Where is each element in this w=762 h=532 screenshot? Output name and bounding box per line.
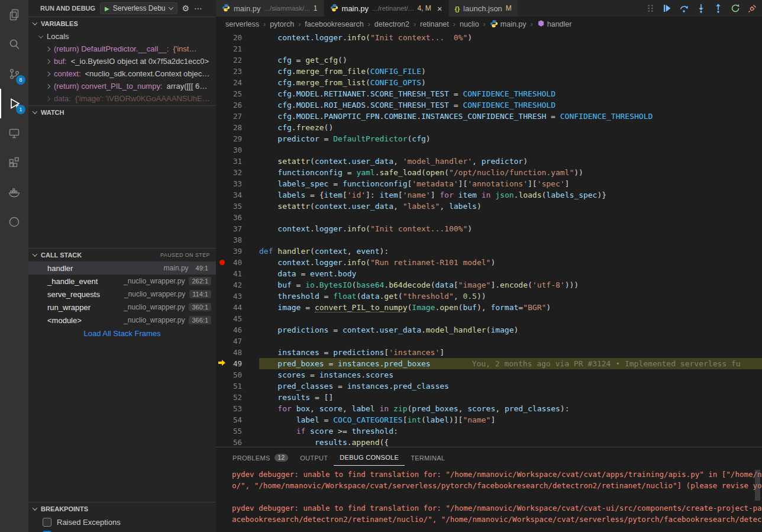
code-line-30[interactable]: 30 bbox=[216, 144, 762, 156]
breakpoint-gutter[interactable]: 53 bbox=[216, 403, 259, 414]
breakpoint-gutter[interactable]: 55 bbox=[216, 425, 259, 437]
breakpoint-gutter[interactable]: 30 bbox=[216, 144, 259, 156]
code-line-24[interactable]: 24 cfg.merge_from_list(CONFIG_OPTS) bbox=[216, 77, 762, 88]
breakpoint-gutter[interactable]: 51 bbox=[216, 381, 259, 392]
checkbox-unchecked[interactable] bbox=[43, 518, 51, 527]
breakpoint-gutter[interactable]: 23 bbox=[216, 66, 259, 77]
editor-tab-main.py[interactable]: main.py.../siammask/...1 bbox=[216, 0, 324, 17]
code-line-53[interactable]: 53 for box, score, label in zip(pred_box… bbox=[216, 403, 762, 414]
code-line-29[interactable]: 29 predictor = DefaultPredictor(cfg) bbox=[216, 133, 762, 144]
code-line-40[interactable]: 40 context.logger.info("Run retinanet-R1… bbox=[216, 257, 762, 268]
code-line-54[interactable]: 54 label = COCO_CATEGORIES[int(label)]["… bbox=[216, 414, 762, 425]
editor-tab-main.py[interactable]: main.py.../retinanet/...4, M× bbox=[324, 0, 449, 17]
step-over-icon[interactable] bbox=[679, 4, 689, 13]
breakpoint-gutter[interactable]: 35 bbox=[216, 201, 259, 212]
panel-tab-output[interactable]: OUTPUT bbox=[294, 450, 334, 466]
gripper-icon[interactable] bbox=[647, 4, 654, 13]
close-icon[interactable]: × bbox=[437, 4, 443, 13]
variables-scope-locals[interactable]: Locals bbox=[28, 30, 216, 43]
breakpoint-gutter[interactable]: 56 bbox=[216, 437, 259, 447]
code-line-25[interactable]: 25 cfg.MODEL.RETINANET.SCORE_THRESH_TEST… bbox=[216, 88, 762, 99]
code-line-55[interactable]: 55 if score >= threshold: bbox=[216, 425, 762, 437]
activity-bar-item-run-and-debug[interactable]: 1 bbox=[0, 89, 28, 118]
activity-bar-item-search[interactable] bbox=[0, 30, 28, 59]
variable-row[interactable]: data:{'image': 'iVBORw0KGoAAAANSUhE… bbox=[28, 92, 216, 105]
code-line-23[interactable]: 23 cfg.merge_from_file(CONFIG_FILE) bbox=[216, 66, 762, 77]
breakpoint-gutter[interactable]: 45 bbox=[216, 313, 259, 324]
breakpoint-gutter[interactable]: 42 bbox=[216, 279, 259, 291]
breakpoint-item[interactable]: ✓Uncaught Exceptions bbox=[28, 528, 216, 532]
breadcrumb-item-pytorch[interactable]: pytorch bbox=[270, 20, 294, 28]
breadcrumb-item-detectron2[interactable]: detectron2 bbox=[374, 20, 409, 28]
scrollbar[interactable] bbox=[755, 470, 760, 501]
breakpoints-section-header[interactable]: BREAKPOINTS bbox=[28, 502, 216, 515]
breakpoint-gutter[interactable]: 41 bbox=[216, 268, 259, 279]
breakpoint-gutter[interactable]: 49 bbox=[216, 358, 259, 369]
code-line-41[interactable]: 41 data = event.body bbox=[216, 268, 762, 279]
breakpoint-gutter[interactable]: 38 bbox=[216, 234, 259, 246]
breadcrumb-item-facebookresearch[interactable]: facebookresearch bbox=[305, 20, 363, 28]
code-line-56[interactable]: 56 results.append({ bbox=[216, 437, 762, 447]
code-line-37[interactable]: 37 context.logger.info("Init context...1… bbox=[216, 223, 762, 234]
code-line-32[interactable]: 32 functionconfig = yaml.safe_load(open(… bbox=[216, 167, 762, 178]
code-line-28[interactable]: 28 cfg.freeze() bbox=[216, 122, 762, 133]
code-line-35[interactable]: 35 setattr(context.user_data, "labels", … bbox=[216, 201, 762, 212]
variable-row[interactable]: buf:<_io.BytesIO object at 0x7f5a2dc1ecc… bbox=[28, 55, 216, 67]
disconnect-icon[interactable] bbox=[748, 4, 757, 13]
activity-bar-item-source-control[interactable]: 8 bbox=[0, 59, 28, 89]
breakpoint-gutter[interactable]: 28 bbox=[216, 122, 259, 133]
code-line-49[interactable]: 49 pred_boxes = instances.pred_boxesYou,… bbox=[216, 358, 762, 369]
panel-tab-problems[interactable]: PROBLEMS12 bbox=[227, 449, 294, 466]
step-into-icon[interactable] bbox=[696, 4, 706, 13]
code-line-38[interactable]: 38 bbox=[216, 234, 762, 246]
launch-config-dropdown[interactable]: ▶ Serverless Debu bbox=[100, 2, 177, 14]
breakpoint-gutter[interactable]: 44 bbox=[216, 302, 259, 313]
code-line-22[interactable]: 22 cfg = get_cfg() bbox=[216, 54, 762, 66]
code-line-51[interactable]: 51 pred_classes = instances.pred_classes bbox=[216, 381, 762, 392]
breakpoint-gutter[interactable]: 47 bbox=[216, 336, 259, 347]
code-line-33[interactable]: 33 labels_spec = functionconfig['metadat… bbox=[216, 178, 762, 189]
activity-bar-item-remote-explorer[interactable] bbox=[0, 118, 28, 148]
breakpoint-gutter[interactable]: 54 bbox=[216, 414, 259, 425]
watch-section-header[interactable]: WATCH bbox=[28, 106, 216, 119]
breakpoint-gutter[interactable]: 34 bbox=[216, 189, 259, 201]
step-out-icon[interactable] bbox=[713, 4, 723, 13]
activity-bar-item-extensions[interactable] bbox=[0, 148, 28, 178]
code-editor[interactable]: 20 context.logger.info("Init context... … bbox=[216, 32, 762, 447]
code-line-31[interactable]: 31 setattr(context.user_data, 'model_han… bbox=[216, 156, 762, 167]
stack-frame[interactable]: handlermain.py49:1 bbox=[28, 262, 216, 275]
breakpoint-gutter[interactable]: 31 bbox=[216, 156, 259, 167]
breadcrumb-item-serverless[interactable]: serverless bbox=[225, 20, 259, 28]
breadcrumb-item-handler[interactable]: handler bbox=[537, 20, 572, 29]
stack-frame[interactable]: run_wrapper_nuclio_wrapper.py360:1 bbox=[28, 301, 216, 314]
code-line-39[interactable]: 39def handler(context, event): bbox=[216, 246, 762, 257]
breakpoint-gutter[interactable]: 27 bbox=[216, 111, 259, 122]
breadcrumb-item-retinanet[interactable]: retinanet bbox=[420, 20, 449, 28]
activity-bar-item-explorer[interactable] bbox=[0, 0, 28, 30]
breakpoint-gutter[interactable]: 52 bbox=[216, 392, 259, 403]
breakpoint-gutter[interactable]: 26 bbox=[216, 99, 259, 111]
breakpoint-gutter[interactable]: 43 bbox=[216, 291, 259, 302]
gear-icon[interactable]: ⚙ bbox=[182, 4, 190, 13]
breakpoint-gutter[interactable]: 40 bbox=[216, 257, 259, 268]
code-line-52[interactable]: 52 results = [] bbox=[216, 392, 762, 403]
code-line-34[interactable]: 34 labels = {item['id']: item['name'] fo… bbox=[216, 189, 762, 201]
code-line-26[interactable]: 26 cfg.MODEL.ROI_HEADS.SCORE_THRESH_TEST… bbox=[216, 99, 762, 111]
breakpoint-gutter[interactable]: 22 bbox=[216, 54, 259, 66]
breakpoint-gutter[interactable]: 46 bbox=[216, 324, 259, 336]
breakpoint-gutter[interactable]: 36 bbox=[216, 212, 259, 223]
variable-row[interactable]: context:<nuclio_sdk.context.Context obje… bbox=[28, 67, 216, 80]
continue-icon[interactable] bbox=[662, 4, 671, 13]
code-line-42[interactable]: 42 buf = io.BytesIO(base64.b64decode(dat… bbox=[216, 279, 762, 291]
code-line-46[interactable]: 46 predictions = context.user_data.model… bbox=[216, 324, 762, 336]
breakpoint-gutter[interactable]: 32 bbox=[216, 167, 259, 178]
more-actions-icon[interactable]: ⋯ bbox=[194, 4, 202, 13]
code-line-20[interactable]: 20 context.logger.info("Init context... … bbox=[216, 32, 762, 43]
code-line-36[interactable]: 36 bbox=[216, 212, 762, 223]
breakpoint-gutter[interactable]: 33 bbox=[216, 178, 259, 189]
stack-frame[interactable]: <module>_nuclio_wrapper.py366:1 bbox=[28, 314, 216, 327]
restart-icon[interactable] bbox=[731, 4, 740, 13]
code-line-45[interactable]: 45 bbox=[216, 313, 762, 324]
call-stack-section-header[interactable]: CALL STACK PAUSED ON STEP bbox=[28, 249, 216, 262]
editor-tab-launch.json[interactable]: {}launch.jsonM bbox=[449, 0, 518, 17]
